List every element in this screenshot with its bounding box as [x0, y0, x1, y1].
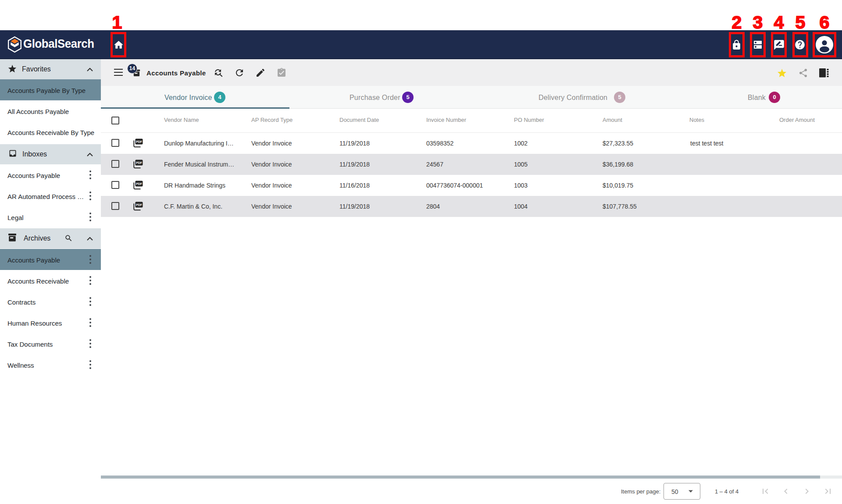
svg-text:PDF: PDF	[136, 203, 142, 206]
svg-text:PDF: PDF	[136, 140, 142, 143]
svg-text:PDF: PDF	[136, 161, 142, 164]
svg-text:PDF: PDF	[136, 182, 142, 185]
